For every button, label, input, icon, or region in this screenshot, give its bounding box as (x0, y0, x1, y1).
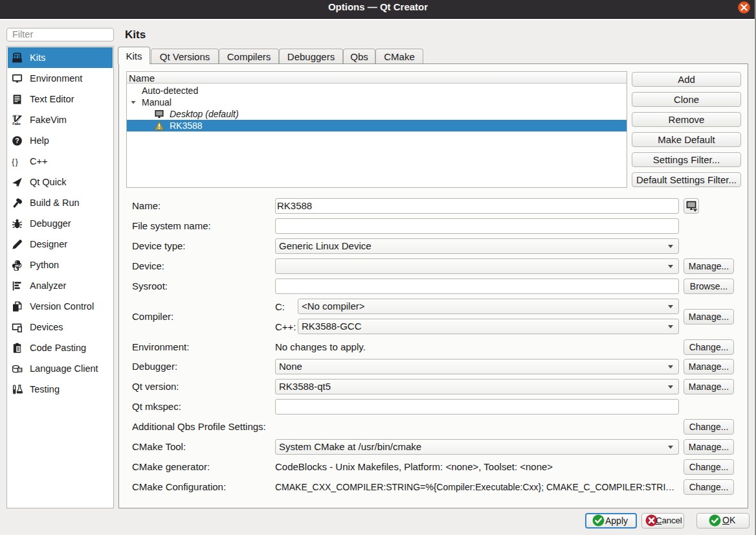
svg-text:{}: {} (12, 157, 19, 166)
svg-text:Fake: Fake (12, 122, 21, 126)
svg-text:?: ? (15, 137, 19, 144)
